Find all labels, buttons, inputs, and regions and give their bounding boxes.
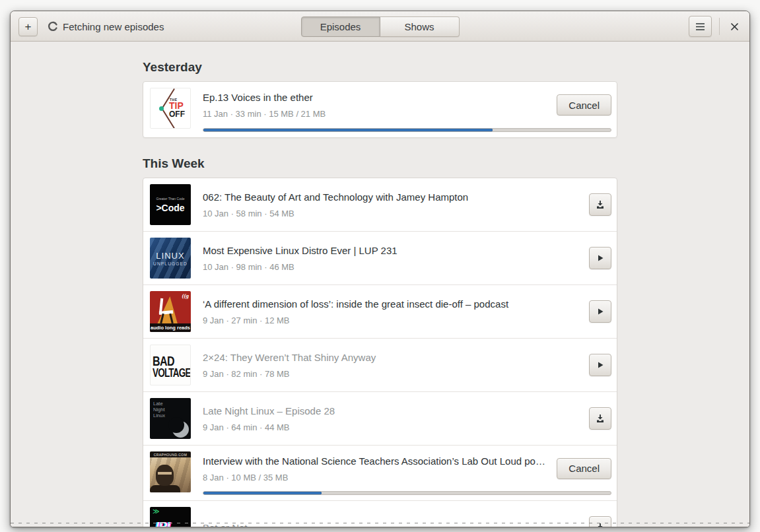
episode-title: 062: The Beauty of Art and Technology wi… xyxy=(203,190,581,204)
scroll-undershoot-indicator xyxy=(11,523,749,523)
episode-row[interactable]: ((g audio long reads ‘A different dimens… xyxy=(143,284,617,338)
episode-meta: 9 Jan · 64 min · 44 MB xyxy=(203,422,581,433)
download-icon xyxy=(595,199,605,210)
guardian-roundel-icon: ((g xyxy=(182,292,190,299)
add-podcast-button[interactable]: + xyxy=(18,17,38,36)
play-icon xyxy=(596,360,605,370)
podcast-art-irl: ≫ IRL xyxy=(150,507,191,527)
tipoff-dot xyxy=(159,106,164,111)
header-separator xyxy=(719,18,720,35)
podcast-art-bad-voltage: BAD VOLTAGE xyxy=(150,345,191,385)
section-title-this-week: This Week xyxy=(143,155,617,172)
hamburger-icon xyxy=(695,22,705,31)
download-episode-button[interactable] xyxy=(589,193,611,216)
episode-meta: 8 Jan · 10 MB / 35 MB xyxy=(203,472,549,483)
art-text: Linux xyxy=(153,413,165,418)
play-episode-button[interactable] xyxy=(589,354,611,376)
app-window: + Fetching new episodes Episodes Shows xyxy=(10,11,750,527)
play-episode-button[interactable] xyxy=(589,247,611,269)
art-text: audio long reads xyxy=(151,325,190,331)
download-progress-bar xyxy=(203,128,611,132)
status-text: Fetching new episodes xyxy=(63,21,164,32)
episode-meta: 9 Jan · 27 min · 12 MB xyxy=(203,315,581,326)
art-text: BAD xyxy=(153,355,191,367)
episode-title: ‘A different dimension of loss’: inside … xyxy=(203,297,581,311)
episode-title: Bot or Not xyxy=(203,521,581,528)
podcast-art-craphound: CRAPHOUND.COM xyxy=(150,451,191,492)
art-text: ≫ xyxy=(153,508,159,515)
art-text: OFF xyxy=(169,110,185,118)
art-text: IRL xyxy=(156,520,174,527)
cancel-download-button[interactable]: Cancel xyxy=(557,458,611,479)
tab-episodes[interactable]: Episodes xyxy=(301,17,380,37)
close-window-button[interactable] xyxy=(726,17,743,36)
episode-row[interactable]: Greater Than Code >Code 062: The Beauty … xyxy=(143,178,617,231)
episode-meta: 11 Jan · 33 min · 15 MB / 21 MB xyxy=(203,108,549,119)
podcast-art-late-night-linux: Late Night Linux xyxy=(150,398,191,439)
art-text: Night xyxy=(153,407,165,413)
episode-row[interactable]: THE TIP OFF Ep.13 Voices in the ether 11… xyxy=(143,82,617,137)
episode-title: Late Night Linux – Episode 28 xyxy=(203,404,581,418)
art-text: VOLTAGE xyxy=(153,367,191,378)
episode-title: 2×24: They Weren’t That Shiny Anyway xyxy=(203,350,581,364)
headerbar: + Fetching new episodes Episodes Shows xyxy=(11,11,749,42)
art-text: UNPLUGGED xyxy=(153,261,188,266)
episode-row[interactable]: CRAPHOUND.COM Interview with the Nationa… xyxy=(143,445,617,500)
episode-card-this-week: Greater Than Code >Code 062: The Beauty … xyxy=(143,178,617,527)
play-icon xyxy=(596,253,605,263)
episode-meta: 9 Jan · 82 min · 78 MB xyxy=(203,368,581,380)
art-text: TIP xyxy=(169,101,184,110)
spinner-icon xyxy=(48,21,58,32)
download-episode-button[interactable] xyxy=(589,516,611,527)
episode-title: Interview with the National Science Teac… xyxy=(203,454,549,468)
download-icon xyxy=(595,413,605,424)
close-icon xyxy=(730,22,739,31)
episode-meta: 10 Jan · 58 min · 54 MB xyxy=(203,208,581,219)
art-text: CRAPHOUND.COM xyxy=(154,453,187,457)
play-icon xyxy=(596,307,605,316)
episode-row[interactable]: BAD VOLTAGE 2×24: They Weren’t That Shin… xyxy=(143,338,617,391)
download-episode-button[interactable] xyxy=(589,407,611,430)
art-text: Greater Than Code xyxy=(156,197,185,201)
episode-card-yesterday: THE TIP OFF Ep.13 Voices in the ether 11… xyxy=(143,81,617,138)
episode-title: Most Expensive Linux Distro Ever | LUP 2… xyxy=(203,244,581,257)
podcast-art-greater-than-code: Greater Than Code >Code xyxy=(150,184,191,225)
podcast-art-audio-long-reads: ((g audio long reads xyxy=(150,291,191,332)
tab-shows[interactable]: Shows xyxy=(380,17,460,37)
section-title-yesterday: Yesterday xyxy=(143,59,617,76)
download-progress-bar xyxy=(203,491,611,495)
episode-title: Ep.13 Voices in the ether xyxy=(203,90,549,104)
menu-button[interactable] xyxy=(689,16,712,37)
podcast-art-linux-unplugged: LINUX UNPLUGGED xyxy=(150,238,191,279)
episode-row[interactable]: Late Night Linux Late Night Linux – Epis… xyxy=(143,391,617,445)
play-episode-button[interactable] xyxy=(589,300,611,323)
art-text: Late xyxy=(153,401,165,407)
cancel-download-button[interactable]: Cancel xyxy=(557,94,611,116)
art-text: LINUX xyxy=(156,251,184,261)
crescent-moon-icon xyxy=(172,421,189,438)
episode-meta: 10 Jan · 98 min · 46 MB xyxy=(203,261,581,273)
episode-row[interactable]: LINUX UNPLUGGED Most Expensive Linux Dis… xyxy=(143,231,617,284)
view-switcher: Episodes Shows xyxy=(301,17,460,37)
podcast-art-the-tip-off: THE TIP OFF xyxy=(150,88,191,129)
fetch-status: Fetching new episodes xyxy=(48,21,164,32)
art-text: >Code xyxy=(156,203,184,213)
episodes-scroll-view[interactable]: Yesterday THE TIP OFF Ep.13 Voices in th… xyxy=(11,42,749,527)
